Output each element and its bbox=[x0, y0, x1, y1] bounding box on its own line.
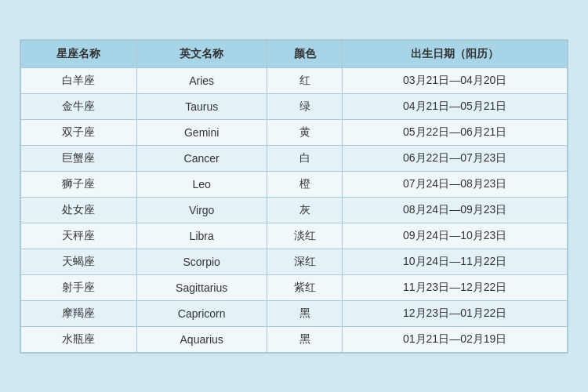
cell-row6-col1: Libra bbox=[136, 223, 267, 249]
cell-row7-col1: Scorpio bbox=[136, 249, 267, 274]
zodiac-table: 星座名称 英文名称 颜色 出生日期（阳历） 白羊座Aries红03月21日—04… bbox=[20, 40, 568, 353]
header-date: 出生日期（阳历） bbox=[343, 40, 568, 67]
cell-row8-col2: 紫红 bbox=[267, 274, 343, 300]
cell-row5-col0: 处女座 bbox=[21, 197, 137, 223]
cell-row2-col0: 双子座 bbox=[21, 119, 137, 145]
zodiac-table-container: 星座名称 英文名称 颜色 出生日期（阳历） 白羊座Aries红03月21日—04… bbox=[20, 39, 568, 354]
cell-row0-col2: 红 bbox=[267, 67, 343, 93]
cell-row7-col0: 天蝎座 bbox=[21, 249, 137, 274]
header-color: 颜色 bbox=[267, 40, 343, 67]
cell-row4-col1: Leo bbox=[136, 171, 267, 197]
cell-row4-col2: 橙 bbox=[267, 171, 343, 197]
table-row: 狮子座Leo橙07月24日—08月23日 bbox=[21, 171, 568, 197]
cell-row10-col2: 黑 bbox=[267, 326, 343, 352]
cell-row7-col2: 深红 bbox=[267, 249, 343, 274]
table-row: 射手座Sagittarius紫红11月23日—12月22日 bbox=[21, 274, 568, 300]
table-row: 天秤座Libra淡红09月24日—10月23日 bbox=[21, 223, 568, 249]
cell-row8-col1: Sagittarius bbox=[136, 274, 267, 300]
table-row: 金牛座Taurus绿04月21日—05月21日 bbox=[21, 93, 568, 119]
cell-row1-col1: Taurus bbox=[136, 93, 267, 119]
table-body: 白羊座Aries红03月21日—04月20日金牛座Taurus绿04月21日—0… bbox=[21, 67, 568, 352]
cell-row1-col3: 04月21日—05月21日 bbox=[343, 93, 568, 119]
cell-row3-col2: 白 bbox=[267, 145, 343, 171]
cell-row2-col3: 05月22日—06月21日 bbox=[343, 119, 568, 145]
cell-row5-col2: 灰 bbox=[267, 197, 343, 223]
cell-row9-col0: 摩羯座 bbox=[21, 300, 137, 326]
cell-row6-col0: 天秤座 bbox=[21, 223, 137, 249]
table-row: 处女座Virgo灰08月24日—09月23日 bbox=[21, 197, 568, 223]
cell-row4-col3: 07月24日—08月23日 bbox=[343, 171, 568, 197]
cell-row2-col2: 黄 bbox=[267, 119, 343, 145]
cell-row0-col1: Aries bbox=[136, 67, 267, 93]
table-row: 摩羯座Capricorn黑12月23日—01月22日 bbox=[21, 300, 568, 326]
cell-row10-col1: Aquarius bbox=[136, 326, 267, 352]
cell-row10-col0: 水瓶座 bbox=[21, 326, 137, 352]
cell-row5-col1: Virgo bbox=[136, 197, 267, 223]
table-header-row: 星座名称 英文名称 颜色 出生日期（阳历） bbox=[21, 40, 568, 67]
cell-row4-col0: 狮子座 bbox=[21, 171, 137, 197]
cell-row3-col3: 06月22日—07月23日 bbox=[343, 145, 568, 171]
cell-row0-col3: 03月21日—04月20日 bbox=[343, 67, 568, 93]
cell-row1-col2: 绿 bbox=[267, 93, 343, 119]
header-chinese-name: 星座名称 bbox=[21, 40, 137, 67]
cell-row2-col1: Gemini bbox=[136, 119, 267, 145]
table-row: 双子座Gemini黄05月22日—06月21日 bbox=[21, 119, 568, 145]
cell-row3-col0: 巨蟹座 bbox=[21, 145, 137, 171]
cell-row9-col3: 12月23日—01月22日 bbox=[343, 300, 568, 326]
cell-row3-col1: Cancer bbox=[136, 145, 267, 171]
cell-row9-col1: Capricorn bbox=[136, 300, 267, 326]
cell-row8-col0: 射手座 bbox=[21, 274, 137, 300]
table-row: 天蝎座Scorpio深红10月24日—11月22日 bbox=[21, 249, 568, 274]
cell-row9-col2: 黑 bbox=[267, 300, 343, 326]
cell-row6-col3: 09月24日—10月23日 bbox=[343, 223, 568, 249]
cell-row5-col3: 08月24日—09月23日 bbox=[343, 197, 568, 223]
table-row: 水瓶座Aquarius黑01月21日—02月19日 bbox=[21, 326, 568, 352]
cell-row0-col0: 白羊座 bbox=[21, 67, 137, 93]
cell-row10-col3: 01月21日—02月19日 bbox=[343, 326, 568, 352]
cell-row6-col2: 淡红 bbox=[267, 223, 343, 249]
cell-row7-col3: 10月24日—11月22日 bbox=[343, 249, 568, 274]
table-row: 白羊座Aries红03月21日—04月20日 bbox=[21, 67, 568, 93]
header-english-name: 英文名称 bbox=[136, 40, 267, 67]
cell-row1-col0: 金牛座 bbox=[21, 93, 137, 119]
cell-row8-col3: 11月23日—12月22日 bbox=[343, 274, 568, 300]
table-row: 巨蟹座Cancer白06月22日—07月23日 bbox=[21, 145, 568, 171]
